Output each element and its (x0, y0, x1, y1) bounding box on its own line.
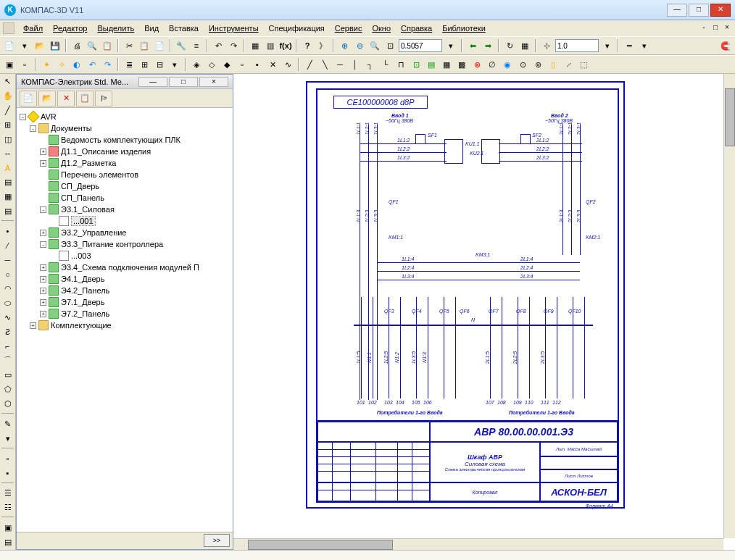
t7-icon[interactable]: ↷ (101, 58, 114, 71)
paste-icon[interactable]: 📄 (153, 39, 166, 52)
preview2-icon[interactable]: 📋 (101, 39, 114, 52)
t13-icon[interactable]: ◆ (220, 58, 233, 71)
lt-aux-icon[interactable]: ∕ (1, 239, 14, 252)
tree-item[interactable]: +Д1.2_Разметка (20, 157, 230, 169)
tree-item[interactable]: +Э4.1_Дверь (20, 273, 230, 285)
pt-open-icon[interactable]: 📂 (38, 91, 56, 106)
lt-seg-icon[interactable]: ─ (1, 254, 14, 267)
t14-icon[interactable]: ▫ (236, 58, 249, 71)
t27-icon[interactable]: ▦ (440, 58, 453, 71)
dd-icon[interactable]: ▾ (444, 39, 457, 52)
lstyle-icon[interactable]: ━ (623, 39, 636, 52)
menu-insert[interactable]: Вставка (165, 22, 203, 34)
tree-comp[interactable]: +Комплектующие (20, 319, 230, 331)
pt-del-icon[interactable]: ✕ (57, 91, 75, 106)
lt-x1-icon[interactable]: ☰ (1, 487, 14, 500)
print-icon[interactable]: 🖨 (70, 39, 83, 52)
redo-icon[interactable]: ↷ (227, 39, 240, 52)
dd2-icon[interactable]: ▾ (601, 39, 614, 52)
tree-item[interactable]: +Э7.1_Дверь (20, 296, 230, 308)
t32-icon[interactable]: ⊙ (516, 58, 529, 71)
t36-icon[interactable]: ⬚ (577, 58, 590, 71)
lt-text-icon[interactable]: A (1, 162, 14, 175)
refresh-icon[interactable]: ↻ (503, 39, 516, 52)
tree-item[interactable]: +Д1.1_Описание изделия (20, 146, 230, 157)
lt-poly-icon[interactable]: ⬠ (1, 383, 14, 396)
zoom-out-icon[interactable]: ⊖ (353, 39, 366, 52)
scale-icon[interactable]: ≡ (190, 39, 203, 52)
minimize-button[interactable]: — (667, 4, 687, 17)
lt-fillet-icon[interactable]: ⌒ (1, 354, 14, 367)
t22-icon[interactable]: ┐ (364, 58, 377, 71)
t2-icon[interactable]: ▫ (18, 58, 31, 71)
lt-edit-icon[interactable]: ✎ (1, 417, 14, 430)
zoom-in-icon[interactable]: ⊕ (338, 39, 351, 52)
props-icon[interactable]: 🔧 (175, 39, 188, 52)
menu-help[interactable]: Справка (396, 22, 436, 34)
pt-copy-icon[interactable]: 📋 (76, 91, 94, 106)
t15-icon[interactable]: ▪ (251, 58, 264, 71)
t23-icon[interactable]: └ (379, 58, 392, 71)
save-icon[interactable]: 💾 (49, 39, 62, 52)
lt-chamfer-icon[interactable]: ⌐ (1, 340, 14, 353)
tree-item[interactable]: +Э3.2_Управление (20, 227, 230, 238)
t3-icon[interactable]: ✦ (40, 58, 53, 71)
lt-view-icon[interactable]: ▫ (1, 452, 14, 465)
tree-item[interactable]: +Э3.4_Схема подключения модулей П (20, 262, 230, 273)
tree-item[interactable]: СП_Панель (20, 192, 230, 204)
t24-icon[interactable]: ⊓ (394, 58, 407, 71)
sheet-icon[interactable]: ▥ (264, 39, 277, 52)
cut-icon[interactable]: ✂ (122, 39, 136, 52)
t11-icon[interactable]: ◈ (190, 58, 203, 71)
menu-view[interactable]: Вид (140, 22, 163, 34)
t19-icon[interactable]: ╲ (318, 58, 331, 71)
menu-libraries[interactable]: Библиотеки (438, 22, 490, 34)
fx-icon[interactable]: f(x) (279, 39, 292, 52)
drawing-area[interactable]: CE100000008 d8P Ввод 1 ~50Гц 380В Ввод 2… (233, 74, 735, 550)
snap-icon[interactable]: ⊹ (540, 39, 553, 52)
t18-icon[interactable]: ╱ (303, 58, 316, 71)
t10-icon[interactable]: ⊟ (153, 58, 166, 71)
dd4-icon[interactable]: ▾ (168, 58, 181, 71)
zoom-icon[interactable]: 🔍 (368, 39, 381, 52)
t17-icon[interactable]: ∿ (281, 58, 294, 71)
undo-icon[interactable]: ↶ (212, 39, 225, 52)
lt-frame-icon[interactable]: ◫ (1, 133, 14, 146)
more-button[interactable]: >> (204, 534, 230, 547)
mdi-restore[interactable]: □ (710, 23, 721, 33)
t29-icon[interactable]: ⊗ (470, 58, 483, 71)
tree-item[interactable]: -Э3.3_Питание контроллера (20, 238, 230, 250)
layers-icon[interactable]: ▦ (249, 39, 262, 52)
panel-close-icon[interactable]: × (199, 77, 228, 87)
panel-max-icon[interactable]: □ (169, 77, 198, 87)
t21-icon[interactable]: │ (349, 58, 362, 71)
zoom-input[interactable] (399, 39, 442, 52)
lt-table-icon[interactable]: ▦ (1, 191, 14, 204)
t33-icon[interactable]: ⊚ (531, 58, 544, 71)
lt-arc-icon[interactable]: ◠ (1, 283, 14, 296)
lt-hand-icon[interactable]: ✋ (1, 90, 14, 103)
menu-spec[interactable]: Спецификация (265, 22, 329, 34)
new-icon[interactable]: 📄 (3, 39, 16, 52)
scale-input[interactable] (555, 39, 599, 52)
t9-icon[interactable]: ⊞ (138, 58, 151, 71)
scrollbar-horizontal[interactable] (233, 538, 723, 550)
lt-dim-icon[interactable]: ↔ (1, 147, 14, 160)
t20-icon[interactable]: ─ (333, 58, 346, 71)
copy-icon[interactable]: 📋 (138, 39, 151, 52)
arrow-left-icon[interactable]: ⬅ (466, 39, 479, 52)
project-tree[interactable]: -AVR -Документы Ведомость комплектующих … (17, 108, 233, 532)
menu-file[interactable]: Файл (19, 22, 47, 34)
lt-x2-icon[interactable]: ☷ (1, 501, 14, 514)
lt-cursor-icon[interactable]: ↖ (1, 75, 14, 88)
lt-ins-icon[interactable]: ▪ (1, 467, 14, 480)
dropdown-icon[interactable]: ▾ (18, 39, 31, 52)
preview-icon[interactable]: 🔍 (86, 39, 99, 52)
t1-icon[interactable]: ▣ (3, 58, 16, 71)
t34-icon[interactable]: ▯ (547, 58, 560, 71)
grid-icon[interactable]: ▦ (518, 39, 531, 52)
mdi-minimize[interactable]: - (699, 23, 709, 33)
tree-root[interactable]: -AVR (20, 111, 230, 122)
lt-x4-icon[interactable]: ▤ (1, 535, 14, 548)
lt-contour-icon[interactable]: ⬡ (1, 398, 14, 411)
